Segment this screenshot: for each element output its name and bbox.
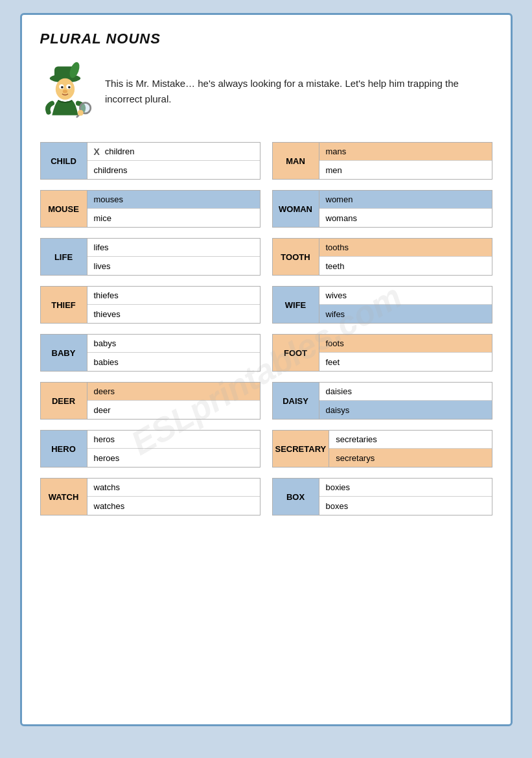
noun-options: womenwomans xyxy=(319,191,492,227)
option-row: heros xyxy=(87,431,260,449)
option-text: watchs xyxy=(94,482,120,492)
noun-label: BOX xyxy=(273,479,319,515)
noun-options: mousesmice xyxy=(87,191,260,227)
noun-label: THIEF xyxy=(41,287,87,323)
svg-point-6 xyxy=(61,86,64,89)
noun-item: HEROherosheroes xyxy=(40,430,260,468)
option-row: daisies xyxy=(319,383,492,401)
option-text: mice xyxy=(94,213,111,223)
noun-label: HERO xyxy=(41,431,87,467)
option-text: thieves xyxy=(94,309,121,319)
svg-point-7 xyxy=(68,86,71,89)
noun-options: babysbabies xyxy=(87,335,260,371)
noun-options: daisiesdaisys xyxy=(319,383,492,419)
option-row: tooths xyxy=(319,239,492,257)
noun-item: WOMANwomenwomans xyxy=(272,190,492,228)
option-text: mouses xyxy=(94,195,124,204)
noun-options: boxiesboxes xyxy=(319,479,492,515)
noun-label: MOUSE xyxy=(41,191,87,227)
option-row: secretaries xyxy=(329,431,491,449)
option-text: women xyxy=(326,195,353,204)
option-row: Xchildren xyxy=(87,143,260,161)
svg-point-11 xyxy=(77,110,83,115)
option-row: boxes xyxy=(319,497,492,515)
noun-label: MAN xyxy=(273,143,319,179)
option-text: tooths xyxy=(326,243,349,252)
option-row: lifes xyxy=(87,239,260,257)
noun-label: SECRETARY xyxy=(273,431,330,467)
noun-item: TOOTHtoothsteeth xyxy=(272,238,492,276)
svg-point-8 xyxy=(62,89,67,93)
noun-options: mansmen xyxy=(319,143,492,179)
option-text: wives xyxy=(326,290,347,300)
option-text: wifes xyxy=(326,309,345,319)
intro-section: This is Mr. Mistake… he's always looking… xyxy=(40,59,492,124)
option-text: heroes xyxy=(94,453,120,463)
noun-options: footsfeet xyxy=(319,335,492,371)
option-text: foots xyxy=(326,338,344,348)
noun-options: watchswatches xyxy=(87,479,260,515)
detective-illustration xyxy=(40,59,93,124)
option-row: thieves xyxy=(87,305,260,323)
option-row: daisys xyxy=(319,401,492,419)
option-text: children xyxy=(105,147,135,156)
option-row: watchs xyxy=(87,479,260,497)
option-row: childrens xyxy=(87,161,260,179)
option-row: foots xyxy=(319,335,492,353)
svg-point-3 xyxy=(55,78,74,100)
noun-item: LIFElifeslives xyxy=(40,238,260,276)
noun-label: CHILD xyxy=(41,143,87,179)
option-text: childrens xyxy=(94,165,128,175)
noun-options: secretariessecretarys xyxy=(329,431,491,467)
noun-item: WATCHwatchswatches xyxy=(40,478,260,515)
noun-item: BABYbabysbabies xyxy=(40,334,260,372)
noun-label: WOMAN xyxy=(273,191,319,227)
option-row: deers xyxy=(87,383,260,401)
noun-options: wiveswifes xyxy=(319,287,492,323)
option-text: babies xyxy=(94,357,119,367)
noun-item: WIFEwiveswifes xyxy=(272,286,492,324)
noun-label: DEER xyxy=(41,383,87,419)
noun-item: DEERdeersdeer xyxy=(40,382,260,420)
option-row: watches xyxy=(87,497,260,515)
noun-label: WATCH xyxy=(41,479,87,515)
option-row: wifes xyxy=(319,305,492,323)
noun-options: Xchildrenchildrens xyxy=(87,143,260,179)
page-title: PLURAL NOUNS xyxy=(40,30,492,47)
option-text: boxies xyxy=(326,482,351,492)
noun-options: herosheroes xyxy=(87,431,260,467)
noun-item: DAISYdaisiesdaisys xyxy=(272,382,492,420)
option-row: babies xyxy=(87,353,260,371)
option-row: thiefes xyxy=(87,287,260,305)
option-row: mans xyxy=(319,143,492,161)
option-row: heroes xyxy=(87,449,260,467)
option-text: feet xyxy=(326,357,340,367)
option-text: deer xyxy=(94,405,111,415)
option-row: babys xyxy=(87,335,260,353)
option-text: watches xyxy=(94,501,125,511)
option-text: teeth xyxy=(326,261,345,271)
option-text: lifes xyxy=(94,243,109,252)
option-text: thiefes xyxy=(94,290,119,300)
option-row: mice xyxy=(87,209,260,227)
option-row: deer xyxy=(87,401,260,419)
option-row: womans xyxy=(319,209,492,227)
noun-options: toothsteeth xyxy=(319,239,492,275)
noun-label: DAISY xyxy=(273,383,319,419)
option-text: boxes xyxy=(326,501,349,511)
noun-item: CHILDXchildrenchildrens xyxy=(40,142,260,180)
noun-item: BOXboxiesboxes xyxy=(272,478,492,515)
noun-options: thiefesthieves xyxy=(87,287,260,323)
option-text: secretaries xyxy=(336,434,377,444)
option-row: women xyxy=(319,191,492,209)
option-text: mans xyxy=(326,147,347,156)
option-row: lives xyxy=(87,257,260,275)
option-text: womans xyxy=(326,213,357,223)
noun-label: BABY xyxy=(41,335,87,371)
noun-item: MOUSEmousesmice xyxy=(40,190,260,228)
noun-label: TOOTH xyxy=(273,239,319,275)
option-row: men xyxy=(319,161,492,179)
noun-options: lifeslives xyxy=(87,239,260,275)
x-mark: X xyxy=(94,147,100,157)
noun-item: THIEFthiefesthieves xyxy=(40,286,260,324)
